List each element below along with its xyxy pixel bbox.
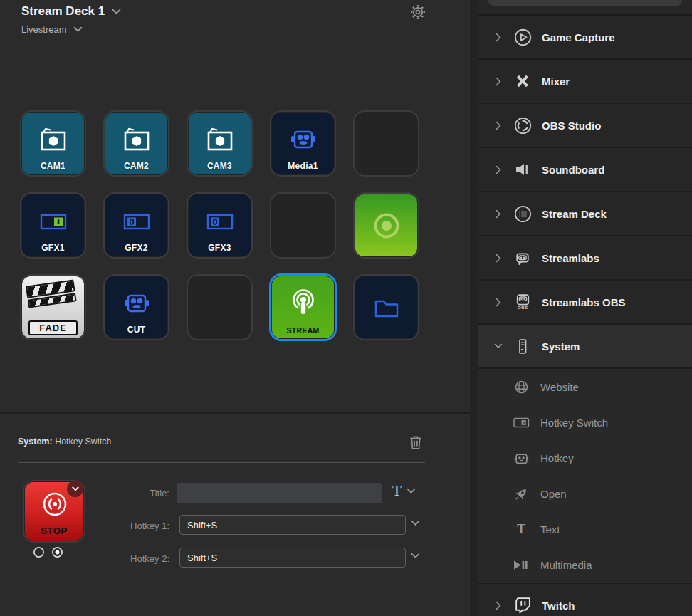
hotkey1-dropdown-chevron[interactable]: [411, 520, 420, 526]
key-gfx3[interactable]: GFX3: [187, 192, 253, 259]
chevron-right-icon: [496, 298, 501, 307]
trash-icon: [409, 434, 423, 450]
toggle-off-icon: [122, 209, 152, 234]
key-label: CAM2: [105, 161, 167, 171]
key-fade[interactable]: FADE: [20, 274, 86, 340]
robot-icon: [514, 451, 529, 465]
chevron-right-icon: [496, 254, 501, 263]
hotkey2-input[interactable]: [179, 548, 406, 568]
system-actions-list: Website Hotkey Switch: [478, 367, 692, 583]
profile-selector[interactable]: Stream Deck 1: [21, 4, 121, 19]
chevron-down-icon: [407, 488, 416, 494]
sidebar-item-mixer[interactable]: Mixer: [478, 58, 692, 103]
sidebar-item-label: Twitch: [542, 600, 575, 612]
sidebar-item-stream-deck[interactable]: Stream Deck: [478, 191, 692, 235]
key-label: GFX3: [189, 243, 251, 253]
broadcast-icon: [287, 287, 320, 320]
inspector-category: System:: [18, 437, 53, 447]
key-label: CAM3: [189, 161, 251, 171]
hotkey2-dropdown-chevron[interactable]: [411, 553, 420, 559]
search-input[interactable]: [488, 0, 682, 6]
system-icon: [513, 337, 532, 356]
record-icon: [366, 205, 407, 246]
chevron-right-icon: [496, 121, 501, 130]
key-empty-slot[interactable]: [187, 274, 253, 340]
streamlabs-icon: [513, 249, 533, 268]
sidebar-item-label: Stream Deck: [542, 208, 607, 220]
panel-gutter: [470, 0, 478, 616]
chevron-right-icon: [496, 601, 501, 610]
folder-icon: [371, 294, 402, 321]
page-selector[interactable]: Livestream: [21, 24, 83, 35]
key-folder[interactable]: [353, 274, 419, 340]
rocket-icon: [514, 486, 529, 501]
key-label: CUT: [105, 325, 167, 335]
hotkey1-input[interactable]: [179, 515, 406, 535]
key-cut[interactable]: CUT: [103, 274, 169, 340]
key-label: STOP: [25, 526, 83, 536]
key-cam3[interactable]: CAM3: [187, 110, 253, 177]
sidebar-item-streamlabs[interactable]: Streamlabs: [478, 235, 692, 279]
action-item-website[interactable]: Website: [478, 369, 692, 404]
key-preview-stop[interactable]: STOP: [23, 480, 85, 543]
chevron-right-icon: [496, 165, 501, 174]
key-empty-slot[interactable]: [353, 110, 419, 177]
sidebar-item-label: Soundboard: [542, 164, 604, 176]
sidebar-item-obs-studio[interactable]: OBS Studio: [478, 103, 692, 147]
key-gfx1[interactable]: GFX1: [20, 192, 86, 259]
title-input[interactable]: [177, 483, 382, 503]
key-cam1[interactable]: CAM1: [20, 110, 86, 177]
chevron-down-icon: [73, 26, 83, 33]
radio-state1-unselected[interactable]: [33, 546, 45, 558]
action-item-hotkey-switch[interactable]: Hotkey Switch: [478, 404, 692, 440]
twitch-icon: [513, 595, 533, 615]
actions-sidebar: Game Capture Mixer OBS Studio: [478, 0, 692, 616]
inspector-title: System: Hotkey Switch: [18, 437, 111, 447]
key-stream[interactable]: STREAM: [270, 274, 336, 340]
settings-button[interactable]: [410, 4, 426, 20]
key-gfx2[interactable]: GFX2: [103, 192, 169, 259]
delete-action-button[interactable]: [409, 434, 423, 450]
chevron-right-icon: [496, 77, 501, 86]
sidebar-item-streamlabs-obs[interactable]: OBS Streamlabs OBS: [478, 279, 692, 323]
action-item-label: Hotkey: [540, 452, 574, 464]
action-item-hotkey[interactable]: Hotkey: [478, 440, 692, 476]
title-font-dropdown[interactable]: T: [392, 484, 416, 498]
key-media1[interactable]: Media1: [270, 110, 336, 177]
profile-name: Stream Deck 1: [21, 4, 105, 19]
key-grid: CAM1 CAM2 CAM3: [20, 110, 419, 340]
key-cam2[interactable]: CAM2: [103, 110, 169, 177]
soundboard-icon: [513, 160, 532, 179]
key-label: GFX1: [22, 243, 84, 253]
mixer-icon: [513, 72, 533, 90]
inspector-action: Hotkey Switch: [55, 437, 111, 447]
action-item-multimedia[interactable]: Multimedia: [478, 547, 692, 583]
robot-icon: [122, 290, 151, 317]
stream-deck-icon: [513, 204, 533, 224]
key-label: Media1: [272, 161, 334, 171]
action-item-label: Website: [540, 381, 579, 393]
deck-panel: Stream Deck 1 Livestream CAM1: [0, 0, 470, 616]
key-label: GFX2: [105, 243, 167, 253]
chevron-down-icon: [494, 343, 503, 349]
hotkey1-label: Hotkey 1:: [105, 521, 169, 531]
sidebar-item-label: Mixer: [542, 75, 570, 88]
sidebar-item-label: OBS Studio: [542, 120, 601, 132]
clapperboard-icon: [26, 279, 77, 310]
sidebar-item-twitch[interactable]: Twitch: [478, 583, 692, 616]
page-name: Livestream: [21, 24, 67, 35]
robot-icon: [289, 126, 318, 153]
action-item-text[interactable]: T Text: [478, 511, 692, 547]
camera-icon: [120, 125, 153, 154]
action-item-open[interactable]: Open: [478, 476, 692, 511]
radio-state2-selected[interactable]: [51, 546, 63, 558]
toggle-on-icon: [38, 209, 68, 234]
chevron-down-icon: [72, 486, 79, 491]
key-record[interactable]: [353, 192, 419, 259]
sidebar-item-system[interactable]: System: [478, 323, 692, 367]
sidebar-item-game-capture[interactable]: Game Capture: [478, 14, 692, 58]
key-empty-slot[interactable]: [270, 192, 336, 259]
key-state-dropdown[interactable]: [67, 481, 83, 497]
sidebar-item-soundboard[interactable]: Soundboard: [478, 147, 692, 191]
sidebar-item-label: Streamlabs OBS: [542, 296, 626, 308]
